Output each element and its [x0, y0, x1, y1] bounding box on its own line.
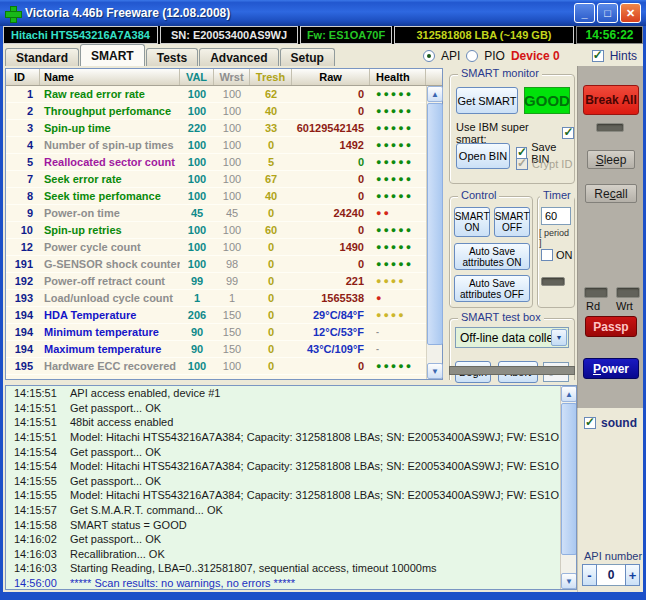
api-increment-button[interactable]: + [625, 564, 640, 586]
ibm-smart-checkbox[interactable] [562, 127, 574, 139]
cell-tresh: 33 [250, 120, 292, 136]
scroll-down-icon[interactable]: ▼ [427, 363, 443, 379]
test-select[interactable]: Off-line data collect ▼ [455, 327, 569, 348]
table-row[interactable]: 3Spin-up time2201003360129542145●●●●● [6, 120, 442, 137]
cell-name: Power-off retract count [40, 273, 180, 289]
break-all-button[interactable]: Break All [583, 85, 639, 115]
cell-id: 5 [6, 154, 40, 170]
tab-advanced[interactable]: Advanced [199, 48, 278, 66]
table-row[interactable]: 10Spin-up retries100100600●●●●● [6, 222, 442, 239]
table-row[interactable]: 8Seek time perfomance100100400●●●●● [6, 188, 442, 205]
cell-val: 100 [180, 222, 214, 238]
cell-health: ●●●●● [370, 239, 426, 255]
table-row[interactable]: 2Throughput perfomance100100400●●●●● [6, 103, 442, 120]
table-row[interactable]: 191G-SENSOR shock counter1009800●●●●● [6, 256, 442, 273]
close-button[interactable]: ✕ [620, 3, 641, 23]
table-row[interactable]: 196Reallocated event count10010000●●●●● [6, 375, 442, 379]
api-decrement-button[interactable]: - [582, 564, 597, 586]
recall-button[interactable]: Recall [585, 184, 637, 203]
app-window: Victoria 4.46b Freeware (12.08.2008) _ □… [0, 0, 646, 600]
api-radio[interactable] [423, 50, 435, 62]
minimize-button[interactable]: _ [574, 3, 595, 23]
log-line: 14:15:51API access enabled, device #1 [6, 386, 576, 401]
scroll-up-icon[interactable]: ▲ [427, 86, 443, 102]
get-smart-button[interactable]: Get SMART [456, 87, 518, 114]
log-line: 14:16:03Recallibration... OK [6, 547, 576, 562]
pio-radio[interactable] [466, 50, 478, 62]
passp-button[interactable]: Passp [585, 316, 637, 337]
cell-name: Spin-up time [40, 120, 180, 136]
table-row[interactable]: 5Reallocated sector count10010050●●●●● [6, 154, 442, 171]
cell-wrst: 100 [214, 137, 250, 153]
table-row[interactable]: 194Maximum temperature90150043°C/109°F- [6, 341, 442, 358]
cell-tresh: 40 [250, 188, 292, 204]
log-time: 14:15:55 [6, 475, 56, 487]
log-line: 14:15:55Get passport... OK [6, 474, 576, 489]
log-line: 14:15:58SMART status = GOOD [6, 517, 576, 532]
col-raw: Raw [292, 69, 370, 85]
cell-name: Raw read error rate [40, 86, 180, 102]
open-bin-button[interactable]: Open BIN [456, 143, 510, 169]
tab-smart[interactable]: SMART [80, 44, 145, 66]
table-row[interactable]: 192Power-off retract count99990221●●●● [6, 273, 442, 290]
cell-wrst: 100 [214, 120, 250, 136]
cell-health: ●●●●● [370, 103, 426, 119]
cell-tresh: 0 [250, 273, 292, 289]
tab-setup[interactable]: Setup [280, 48, 335, 66]
timer-on-checkbox[interactable] [541, 249, 553, 261]
log-time: 14:16:03 [6, 548, 56, 560]
log-time: 14:15:55 [6, 489, 56, 501]
log-line: 14:15:54Model: Hitachi HTS543216A7A384; … [6, 459, 576, 474]
cell-raw: 0 [292, 171, 370, 187]
log-line: 14:16:02Get passport... OK [6, 532, 576, 547]
power-button[interactable]: Power [583, 358, 639, 379]
timer-period-input[interactable]: 60 [541, 207, 571, 225]
log-scroll-up-icon[interactable]: ▲ [561, 386, 577, 402]
log-line: 14:15:5148bit access enabled [6, 415, 576, 430]
cell-val: 100 [180, 154, 214, 170]
tab-standard[interactable]: Standard [5, 48, 79, 66]
cell-tresh: 0 [250, 307, 292, 323]
table-row[interactable]: 194Minimum temperature90150012°C/53°F- [6, 324, 442, 341]
api-number-label: API number [584, 550, 642, 562]
cell-id: 194 [6, 307, 40, 323]
cell-wrst: 100 [214, 86, 250, 102]
cell-health: ●●●●● [370, 375, 426, 379]
smart-off-button[interactable]: SMART OFF [494, 207, 530, 237]
log-lines: 14:15:51API access enabled, device #114:… [6, 386, 576, 590]
table-row[interactable]: 1Raw read error rate100100620●●●●● [6, 86, 442, 103]
table-row[interactable]: 193Load/unload cycle count1101565538● [6, 290, 442, 307]
clock: 14:56:22 [576, 26, 643, 44]
table-row[interactable]: 7Seek error rate100100670●●●●● [6, 171, 442, 188]
cell-wrst: 98 [214, 256, 250, 272]
table-row[interactable]: 4Number of spin-up times10010001492●●●●● [6, 137, 442, 154]
autosave-on-button[interactable]: Auto Save attributes ON [454, 243, 530, 270]
smart-on-button[interactable]: SMART ON [454, 207, 490, 237]
sound-label: sound [601, 416, 637, 430]
table-row[interactable]: 195Hardware ECC recovered10010000●●●●● [6, 358, 442, 375]
hints-checkbox[interactable] [592, 50, 604, 62]
timer-on-label: ON [556, 249, 573, 261]
log-scroll-thumb[interactable] [561, 403, 577, 555]
sleep-button[interactable]: Sleep [587, 150, 635, 169]
table-row[interactable]: 12Power cycle count10010001490●●●●● [6, 239, 442, 256]
table-row[interactable]: 194HDA Temperature206150029°C/84°F●●●● [6, 307, 442, 324]
cell-name: G-SENSOR shock counter [40, 256, 180, 272]
maximize-button[interactable]: □ [597, 3, 618, 23]
log-time: 14:15:57 [6, 504, 56, 516]
table-row[interactable]: 9Power-on time4545024240●● [6, 205, 442, 222]
table-scrollbar[interactable]: ▲ ▼ [426, 86, 442, 379]
log-scroll-down-icon[interactable]: ▼ [561, 573, 577, 589]
pio-radio-label: PIO [484, 49, 505, 63]
chevron-down-icon[interactable]: ▼ [551, 329, 567, 346]
log-text: SMART status = GOOD [56, 519, 187, 531]
log-scrollbar[interactable]: ▲ ▼ [560, 386, 576, 589]
autosave-off-button[interactable]: Auto Save attributes OFF [454, 275, 530, 302]
sound-checkbox[interactable] [584, 417, 596, 429]
cell-wrst: 100 [214, 222, 250, 238]
cell-raw: 29°C/84°F [292, 307, 370, 323]
cell-id: 193 [6, 290, 40, 306]
table-scroll-thumb[interactable] [427, 103, 443, 345]
tab-tests[interactable]: Tests [146, 48, 198, 66]
log-text: Recallibration... OK [56, 548, 165, 560]
